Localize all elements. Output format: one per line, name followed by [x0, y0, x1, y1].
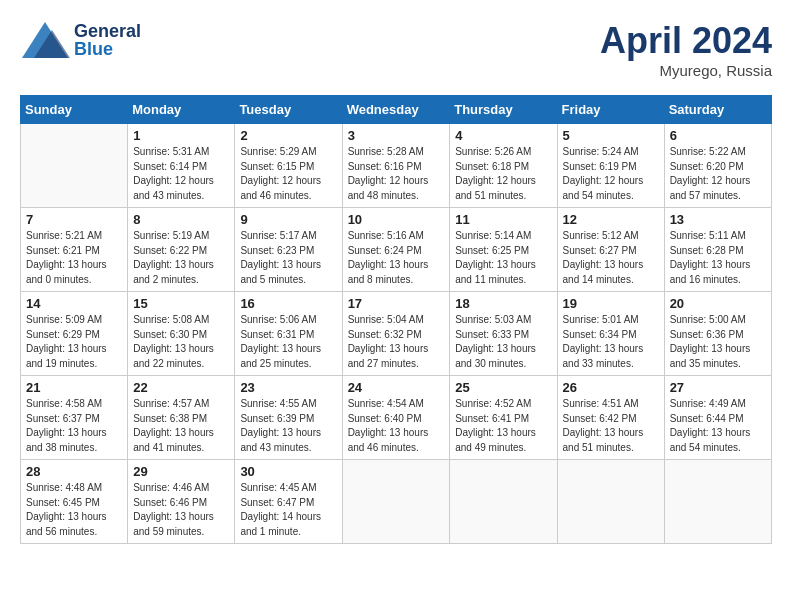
day-info: Sunrise: 5:22 AMSunset: 6:20 PMDaylight:… [670, 145, 766, 203]
day-info: Sunrise: 5:11 AMSunset: 6:28 PMDaylight:… [670, 229, 766, 287]
day-info: Sunrise: 5:26 AMSunset: 6:18 PMDaylight:… [455, 145, 551, 203]
day-number: 25 [455, 380, 551, 395]
day-info: Sunrise: 5:14 AMSunset: 6:25 PMDaylight:… [455, 229, 551, 287]
day-number: 11 [455, 212, 551, 227]
day-number: 28 [26, 464, 122, 479]
calendar-cell: 7Sunrise: 5:21 AMSunset: 6:21 PMDaylight… [21, 208, 128, 292]
day-number: 16 [240, 296, 336, 311]
calendar-cell: 11Sunrise: 5:14 AMSunset: 6:25 PMDayligh… [450, 208, 557, 292]
calendar-week-2: 7Sunrise: 5:21 AMSunset: 6:21 PMDaylight… [21, 208, 772, 292]
calendar-cell: 10Sunrise: 5:16 AMSunset: 6:24 PMDayligh… [342, 208, 450, 292]
day-info: Sunrise: 4:54 AMSunset: 6:40 PMDaylight:… [348, 397, 445, 455]
day-number: 29 [133, 464, 229, 479]
page-header: General Blue April 2024 Myurego, Russia [20, 20, 772, 79]
day-number: 12 [563, 212, 659, 227]
day-number: 18 [455, 296, 551, 311]
day-number: 21 [26, 380, 122, 395]
day-info: Sunrise: 5:03 AMSunset: 6:33 PMDaylight:… [455, 313, 551, 371]
day-info: Sunrise: 4:46 AMSunset: 6:46 PMDaylight:… [133, 481, 229, 539]
title-block: April 2024 Myurego, Russia [600, 20, 772, 79]
calendar-cell: 9Sunrise: 5:17 AMSunset: 6:23 PMDaylight… [235, 208, 342, 292]
calendar-header-thursday: Thursday [450, 96, 557, 124]
calendar-cell: 24Sunrise: 4:54 AMSunset: 6:40 PMDayligh… [342, 376, 450, 460]
day-info: Sunrise: 5:01 AMSunset: 6:34 PMDaylight:… [563, 313, 659, 371]
calendar-cell: 30Sunrise: 4:45 AMSunset: 6:47 PMDayligh… [235, 460, 342, 544]
day-number: 1 [133, 128, 229, 143]
calendar-cell [450, 460, 557, 544]
day-number: 19 [563, 296, 659, 311]
day-number: 26 [563, 380, 659, 395]
logo: General Blue [20, 20, 141, 60]
day-number: 17 [348, 296, 445, 311]
day-number: 2 [240, 128, 336, 143]
calendar-cell [342, 460, 450, 544]
day-info: Sunrise: 5:29 AMSunset: 6:15 PMDaylight:… [240, 145, 336, 203]
calendar-week-3: 14Sunrise: 5:09 AMSunset: 6:29 PMDayligh… [21, 292, 772, 376]
calendar-cell: 19Sunrise: 5:01 AMSunset: 6:34 PMDayligh… [557, 292, 664, 376]
calendar-cell: 17Sunrise: 5:04 AMSunset: 6:32 PMDayligh… [342, 292, 450, 376]
calendar-cell: 28Sunrise: 4:48 AMSunset: 6:45 PMDayligh… [21, 460, 128, 544]
calendar-header-row: SundayMondayTuesdayWednesdayThursdayFrid… [21, 96, 772, 124]
calendar-table: SundayMondayTuesdayWednesdayThursdayFrid… [20, 95, 772, 544]
calendar-cell: 20Sunrise: 5:00 AMSunset: 6:36 PMDayligh… [664, 292, 771, 376]
month-year: April 2024 [600, 20, 772, 62]
day-number: 9 [240, 212, 336, 227]
day-info: Sunrise: 5:12 AMSunset: 6:27 PMDaylight:… [563, 229, 659, 287]
day-number: 3 [348, 128, 445, 143]
day-info: Sunrise: 5:24 AMSunset: 6:19 PMDaylight:… [563, 145, 659, 203]
calendar-header-monday: Monday [128, 96, 235, 124]
day-info: Sunrise: 5:00 AMSunset: 6:36 PMDaylight:… [670, 313, 766, 371]
day-info: Sunrise: 5:16 AMSunset: 6:24 PMDaylight:… [348, 229, 445, 287]
calendar-cell: 25Sunrise: 4:52 AMSunset: 6:41 PMDayligh… [450, 376, 557, 460]
calendar-cell: 8Sunrise: 5:19 AMSunset: 6:22 PMDaylight… [128, 208, 235, 292]
logo-text: General Blue [74, 22, 141, 58]
logo-blue: Blue [74, 40, 141, 58]
calendar-cell: 16Sunrise: 5:06 AMSunset: 6:31 PMDayligh… [235, 292, 342, 376]
calendar-cell: 21Sunrise: 4:58 AMSunset: 6:37 PMDayligh… [21, 376, 128, 460]
day-info: Sunrise: 5:06 AMSunset: 6:31 PMDaylight:… [240, 313, 336, 371]
calendar-cell [21, 124, 128, 208]
day-number: 20 [670, 296, 766, 311]
day-info: Sunrise: 4:49 AMSunset: 6:44 PMDaylight:… [670, 397, 766, 455]
day-info: Sunrise: 5:17 AMSunset: 6:23 PMDaylight:… [240, 229, 336, 287]
calendar-cell: 6Sunrise: 5:22 AMSunset: 6:20 PMDaylight… [664, 124, 771, 208]
calendar-week-5: 28Sunrise: 4:48 AMSunset: 6:45 PMDayligh… [21, 460, 772, 544]
calendar-header-tuesday: Tuesday [235, 96, 342, 124]
calendar-cell: 23Sunrise: 4:55 AMSunset: 6:39 PMDayligh… [235, 376, 342, 460]
calendar-cell: 18Sunrise: 5:03 AMSunset: 6:33 PMDayligh… [450, 292, 557, 376]
day-number: 8 [133, 212, 229, 227]
day-number: 27 [670, 380, 766, 395]
day-info: Sunrise: 4:57 AMSunset: 6:38 PMDaylight:… [133, 397, 229, 455]
day-number: 7 [26, 212, 122, 227]
calendar-week-1: 1Sunrise: 5:31 AMSunset: 6:14 PMDaylight… [21, 124, 772, 208]
logo-general: General [74, 22, 141, 40]
day-info: Sunrise: 4:48 AMSunset: 6:45 PMDaylight:… [26, 481, 122, 539]
calendar-header-friday: Friday [557, 96, 664, 124]
day-info: Sunrise: 4:52 AMSunset: 6:41 PMDaylight:… [455, 397, 551, 455]
day-number: 5 [563, 128, 659, 143]
calendar-cell: 14Sunrise: 5:09 AMSunset: 6:29 PMDayligh… [21, 292, 128, 376]
calendar-cell: 15Sunrise: 5:08 AMSunset: 6:30 PMDayligh… [128, 292, 235, 376]
day-number: 14 [26, 296, 122, 311]
day-info: Sunrise: 4:45 AMSunset: 6:47 PMDaylight:… [240, 481, 336, 539]
calendar-header-saturday: Saturday [664, 96, 771, 124]
day-info: Sunrise: 4:55 AMSunset: 6:39 PMDaylight:… [240, 397, 336, 455]
day-number: 24 [348, 380, 445, 395]
day-number: 10 [348, 212, 445, 227]
day-info: Sunrise: 5:31 AMSunset: 6:14 PMDaylight:… [133, 145, 229, 203]
day-number: 22 [133, 380, 229, 395]
day-number: 30 [240, 464, 336, 479]
logo-icon [20, 20, 70, 60]
calendar-cell: 12Sunrise: 5:12 AMSunset: 6:27 PMDayligh… [557, 208, 664, 292]
day-info: Sunrise: 5:08 AMSunset: 6:30 PMDaylight:… [133, 313, 229, 371]
calendar-cell: 29Sunrise: 4:46 AMSunset: 6:46 PMDayligh… [128, 460, 235, 544]
day-info: Sunrise: 5:21 AMSunset: 6:21 PMDaylight:… [26, 229, 122, 287]
day-number: 15 [133, 296, 229, 311]
calendar-cell: 4Sunrise: 5:26 AMSunset: 6:18 PMDaylight… [450, 124, 557, 208]
day-info: Sunrise: 4:58 AMSunset: 6:37 PMDaylight:… [26, 397, 122, 455]
calendar-week-4: 21Sunrise: 4:58 AMSunset: 6:37 PMDayligh… [21, 376, 772, 460]
calendar-cell: 5Sunrise: 5:24 AMSunset: 6:19 PMDaylight… [557, 124, 664, 208]
calendar-header-sunday: Sunday [21, 96, 128, 124]
day-info: Sunrise: 5:28 AMSunset: 6:16 PMDaylight:… [348, 145, 445, 203]
calendar-cell [557, 460, 664, 544]
